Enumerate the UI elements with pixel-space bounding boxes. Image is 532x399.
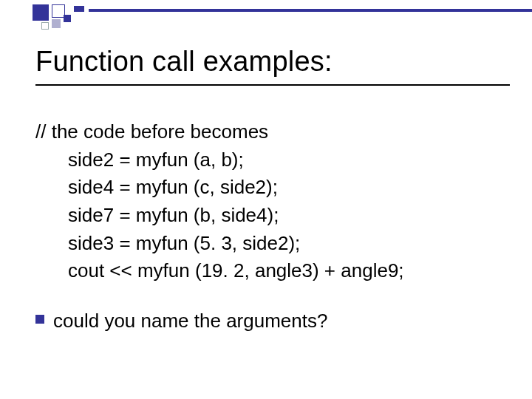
slide: Function call examples: // the code befo…: [0, 0, 532, 399]
code-comment: // the code before becomes: [35, 118, 502, 146]
code-line: side4 = myfun (c, side2);: [35, 174, 502, 202]
deco-square: [41, 22, 49, 30]
deco-square: [74, 6, 84, 12]
corner-decoration: [0, 0, 89, 37]
slide-title: Function call examples:: [35, 46, 332, 78]
bullet-square-icon: [35, 315, 44, 324]
code-line: side3 = myfun (5. 3, side2);: [35, 230, 502, 258]
title-underline: [35, 84, 510, 86]
code-line: side2 = myfun (a, b);: [35, 146, 502, 174]
bullet-item: could you name the arguments?: [35, 307, 502, 335]
top-rule: [89, 9, 532, 12]
deco-square: [33, 4, 49, 21]
code-line: side7 = myfun (b, side4);: [35, 202, 502, 230]
bullet-text: could you name the arguments?: [53, 307, 327, 335]
deco-square: [52, 19, 61, 28]
slide-body: // the code before becomes side2 = myfun…: [35, 118, 502, 335]
deco-square: [64, 15, 71, 22]
code-line: cout << myfun (19. 2, angle3) + angle9;: [35, 257, 502, 285]
